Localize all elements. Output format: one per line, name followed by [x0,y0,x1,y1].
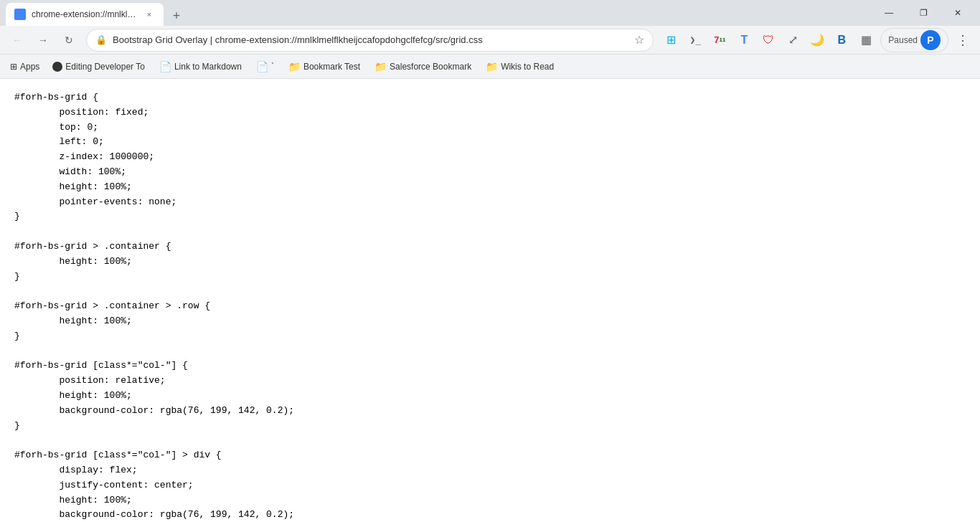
lock-icon: 🔒 [95,34,107,45]
extension-toolbar: ⊞ ❯_ 711 T 🛡 ⤢ 🌙 B ▦ [659,29,877,52]
new-tab-button[interactable]: + [166,6,187,26]
address-text: Bootstrap Grid Overlay | chrome-extensio… [113,34,628,45]
expand-icon[interactable]: ⤢ [781,29,804,52]
minimize-button[interactable]: — [872,1,905,24]
tab-title: chrome-extension://mnlklmelflki [32,9,138,19]
711-icon[interactable]: 711 [708,29,731,52]
grid-overlay-icon[interactable]: ▦ [854,29,877,52]
bookmark-backtick[interactable]: 📄 ` [250,58,280,75]
tab-favicon [14,9,26,20]
dark-mode-icon[interactable]: 🌙 [806,29,829,52]
chrome-menu-button[interactable]: ⋮ [951,29,974,52]
bookmark-label: Editing Developer To [65,62,145,72]
shield-red-icon[interactable]: 🛡 [757,29,780,52]
folder-icon: 📁 [288,61,301,72]
title-bar: chrome-extension://mnlklmelflki × + — ❐ … [0,0,980,26]
paused-badge[interactable]: Paused P [880,28,948,52]
bookmark-star-icon[interactable]: ☆ [634,33,644,47]
navigation-bar: ← → ↻ 🔒 Bootstrap Grid Overlay | chrome-… [0,26,980,54]
tab-area: chrome-extension://mnlklmelflki × + [6,0,870,26]
bookmark-label: Wikis to Read [501,62,554,72]
apps-label: Apps [20,62,39,72]
bookmark-label: ` [271,62,274,72]
bookmark-salesforce[interactable]: 📁 Salesforce Bookmark [369,58,477,75]
b-blue-icon[interactable]: B [830,29,853,52]
paused-label: Paused [888,35,918,45]
bookmarks-bar: ⊞ Apps Editing Developer To 📄 Link to Ma… [0,54,980,79]
terminal-icon[interactable]: ❯_ [684,29,707,52]
bookmark-label: Salesforce Bookmark [390,62,471,72]
github-icon [52,62,62,72]
close-button[interactable]: ✕ [941,1,974,24]
back-button[interactable]: ← [6,29,29,52]
refresh-button[interactable]: ↻ [57,29,80,52]
css-content-area: #forh-bs-grid { position: fixed; top: 0;… [0,79,980,522]
forward-button[interactable]: → [32,29,55,52]
bookmark-link-to-markdown[interactable]: 📄 Link to Markdown [154,58,248,75]
bookmark-label: Link to Markdown [174,62,242,72]
page-icon: 📄 [256,61,268,72]
apps-grid-icon: ⊞ [10,62,17,72]
bookmark-editing-developer[interactable]: Editing Developer To [47,59,151,75]
apps-button[interactable]: ⊞ Apps [6,59,44,75]
maximize-button[interactable]: ❐ [907,1,940,24]
tab-close-button[interactable]: × [143,9,155,20]
address-bar[interactable]: 🔒 Bootstrap Grid Overlay | chrome-extens… [86,29,654,52]
bookmark-label: Bookmark Test [303,62,360,72]
windows-icon[interactable]: ⊞ [659,29,682,52]
active-tab[interactable]: chrome-extension://mnlklmelflki × [6,3,164,26]
folder-icon: 📁 [486,61,498,72]
profile-icon[interactable]: P [920,30,941,50]
window-controls: — ❐ ✕ [872,1,974,24]
bookmark-bookmark-test[interactable]: 📁 Bookmark Test [283,58,366,75]
translate-icon[interactable]: T [732,29,755,52]
folder-icon: 📁 [374,61,387,72]
bookmark-wikis-to-read[interactable]: 📁 Wikis to Read [480,58,560,75]
page-icon: 📄 [159,61,171,72]
